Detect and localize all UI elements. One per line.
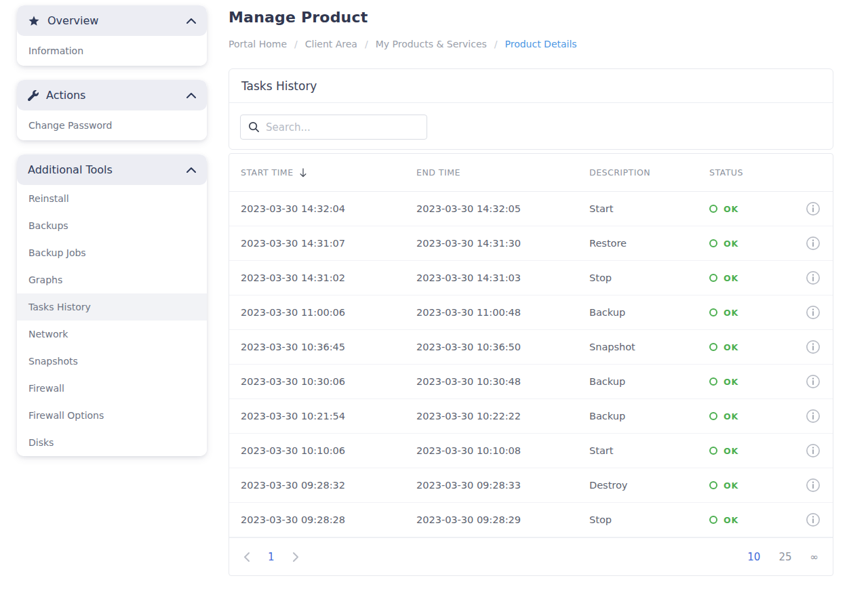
page-number[interactable]: 1 [268, 551, 275, 563]
column-header-end-time[interactable]: END TIME [416, 167, 589, 178]
table-body: 2023-03-30 14:32:04 2023-03-30 14:32:05 … [229, 192, 833, 537]
sidebar-item-change-password[interactable]: Change Password [17, 110, 207, 140]
breadcrumb-product-details[interactable]: Product Details [505, 39, 577, 49]
sidebar-item-graphs[interactable]: Graphs [17, 266, 207, 293]
column-header-start-time[interactable]: START TIME [241, 167, 416, 178]
sidebar-section-header-overview[interactable]: Overview [17, 5, 207, 36]
sidebar-item-backup-jobs[interactable]: Backup Jobs [17, 239, 207, 266]
sidebar: Overview Information Actions Change Pass… [17, 5, 207, 470]
circle-outline-icon [709, 274, 717, 282]
info-icon[interactable] [806, 201, 821, 216]
column-header-status[interactable]: STATUS [709, 167, 797, 178]
cell-status: OK [709, 308, 797, 318]
chevron-up-icon [186, 93, 196, 98]
chevron-up-icon [186, 167, 196, 173]
breadcrumb-separator: / [365, 39, 368, 49]
breadcrumb-portal-home[interactable]: Portal Home [229, 39, 287, 49]
chevron-up-icon [186, 18, 196, 24]
sidebar-item-tasks-history[interactable]: Tasks History [17, 293, 207, 321]
cell-start-time: 2023-03-30 11:00:06 [241, 307, 416, 318]
sidebar-item-firewall[interactable]: Firewall [17, 375, 207, 402]
cell-start-time: 2023-03-30 14:31:02 [241, 272, 416, 283]
cell-description: Start [589, 445, 709, 456]
sidebar-item-disks[interactable]: Disks [17, 429, 207, 456]
cell-status: OK [709, 342, 797, 352]
circle-outline-icon [709, 412, 717, 420]
circle-outline-icon [709, 205, 717, 213]
status-badge: OK [724, 446, 738, 456]
cell-status: OK [709, 515, 797, 525]
column-header-description[interactable]: DESCRIPTION [589, 167, 709, 178]
breadcrumb: Portal Home/Client Area/My Products & Se… [229, 39, 833, 49]
tasks-table: START TIME END TIME DESCRIPTION STATUS 2… [229, 153, 833, 576]
breadcrumb-my-products-services[interactable]: My Products & Services [376, 39, 487, 49]
table-row: 2023-03-30 14:31:07 2023-03-30 14:31:30 … [229, 226, 833, 261]
table-row: 2023-03-30 14:32:04 2023-03-30 14:32:05 … [229, 192, 833, 226]
status-badge: OK [724, 308, 738, 318]
cell-start-time: 2023-03-30 10:30:06 [241, 376, 416, 387]
panel-title: Tasks History [241, 79, 317, 93]
table-row: 2023-03-30 11:00:06 2023-03-30 11:00:48 … [229, 295, 833, 330]
status-badge: OK [724, 342, 738, 352]
info-icon[interactable] [806, 512, 821, 527]
cell-status: OK [709, 377, 797, 387]
info-icon[interactable] [806, 236, 821, 251]
table-row: 2023-03-30 09:28:32 2023-03-30 09:28:33 … [229, 468, 833, 503]
cell-end-time: 2023-03-30 14:31:03 [416, 272, 589, 283]
table-row: 2023-03-30 09:28:28 2023-03-30 09:28:29 … [229, 503, 833, 537]
cell-end-time: 2023-03-30 09:28:33 [416, 480, 589, 491]
sidebar-item-reinstall[interactable]: Reinstall [17, 185, 207, 212]
page-size-∞[interactable]: ∞ [810, 551, 819, 563]
sidebar-item-firewall-options[interactable]: Firewall Options [17, 402, 207, 429]
info-icon[interactable] [806, 270, 821, 285]
cell-start-time: 2023-03-30 09:28:28 [241, 514, 416, 525]
page-size-10[interactable]: 10 [747, 551, 760, 563]
page-size-25[interactable]: 25 [778, 551, 791, 563]
cell-status: OK [709, 239, 797, 249]
search-input[interactable] [266, 121, 419, 134]
status-badge: OK [724, 515, 738, 525]
cell-description: Backup [589, 411, 709, 422]
pagination-bar: 1 1025∞ [229, 537, 833, 575]
star-icon [28, 15, 40, 27]
chevron-left-icon[interactable] [243, 552, 250, 562]
cell-description: Destroy [589, 480, 709, 491]
table-row: 2023-03-30 10:10:06 2023-03-30 10:10:08 … [229, 434, 833, 468]
sidebar-section-additional-tools: Additional Tools ReinstallBackupsBackup … [17, 155, 207, 456]
sidebar-section-title: Actions [46, 89, 186, 102]
info-icon[interactable] [806, 409, 821, 424]
sidebar-items-actions: Change Password [17, 110, 207, 140]
arrow-down-icon [299, 168, 307, 178]
info-icon[interactable] [806, 374, 821, 389]
table-row: 2023-03-30 10:36:45 2023-03-30 10:36:50 … [229, 330, 833, 365]
breadcrumb-separator: / [294, 39, 298, 49]
info-icon[interactable] [806, 478, 821, 493]
info-icon[interactable] [806, 340, 821, 354]
info-icon[interactable] [806, 305, 821, 320]
cell-description: Stop [589, 514, 709, 525]
sidebar-section-header-actions[interactable]: Actions [17, 80, 207, 110]
cell-end-time: 2023-03-30 10:10:08 [416, 445, 589, 456]
info-icon[interactable] [806, 443, 821, 458]
sidebar-item-backups[interactable]: Backups [17, 212, 207, 239]
table-row: 2023-03-30 14:31:02 2023-03-30 14:31:03 … [229, 261, 833, 295]
cell-end-time: 2023-03-30 10:22:22 [416, 411, 589, 422]
sidebar-item-network[interactable]: Network [17, 321, 207, 348]
cell-start-time: 2023-03-30 10:21:54 [241, 411, 416, 422]
sidebar-item-information[interactable]: Information [17, 36, 207, 66]
page-controls: 1 [243, 551, 299, 563]
cell-description: Backup [589, 307, 709, 318]
breadcrumb-client-area[interactable]: Client Area [305, 39, 357, 49]
chevron-right-icon[interactable] [293, 552, 299, 562]
cell-start-time: 2023-03-30 10:36:45 [241, 342, 416, 352]
sidebar-item-snapshots[interactable]: Snapshots [17, 348, 207, 375]
cell-description: Restore [589, 238, 709, 249]
status-badge: OK [724, 480, 738, 491]
cell-status: OK [709, 411, 797, 422]
cell-description: Backup [589, 376, 709, 387]
sidebar-section-header-additional-tools[interactable]: Additional Tools [17, 155, 207, 185]
status-badge: OK [724, 377, 738, 387]
circle-outline-icon [709, 447, 717, 455]
status-badge: OK [724, 204, 738, 214]
panel-header: Tasks History [229, 69, 833, 103]
